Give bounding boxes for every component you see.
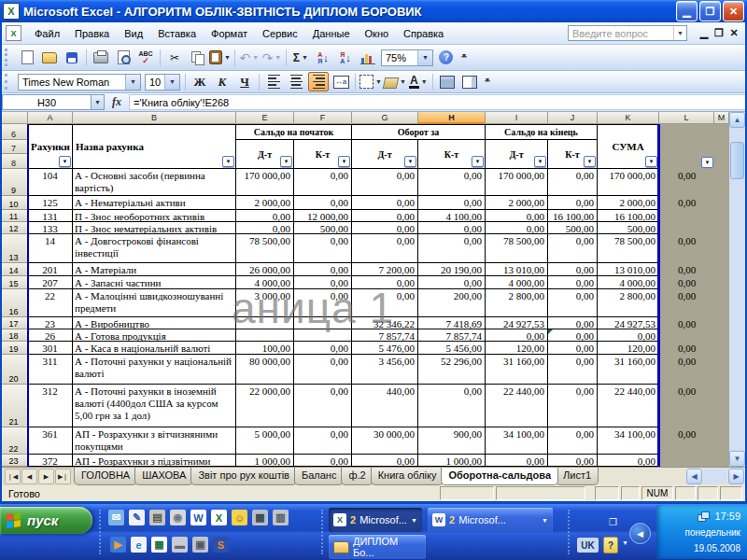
row-header[interactable]: 6 <box>0 124 28 140</box>
header-cell-debit[interactable]: Д-т▼ <box>486 140 548 169</box>
cell[interactable] <box>714 355 729 385</box>
header-cell-sum[interactable]: СУМА ▼ <box>598 124 659 169</box>
cell[interactable]: 0,00 <box>659 427 714 455</box>
cell[interactable]: 0,00 <box>548 196 598 210</box>
cell[interactable]: 0,00 <box>418 276 486 289</box>
scroll-right-icon[interactable]: ▶ <box>728 469 744 484</box>
row-header[interactable]: 9 <box>0 169 28 196</box>
autofilter-button[interactable]: ▼ <box>338 156 350 167</box>
zoom-combobox[interactable]: 75% ▼ <box>381 49 433 66</box>
cell[interactable]: 170 000,00 <box>486 169 548 196</box>
cell[interactable] <box>714 234 729 263</box>
cell[interactable]: 0,00 <box>294 455 352 467</box>
word-icon[interactable]: W <box>190 510 206 525</box>
cell[interactable]: 500,00 <box>598 222 659 234</box>
cell[interactable]: 52 296,00 <box>418 355 486 385</box>
merge-center-button[interactable]: ↔a <box>331 72 351 91</box>
underline-button[interactable]: Ч <box>234 72 255 91</box>
row-header[interactable]: 20 <box>0 355 28 385</box>
cell[interactable]: 170 000,00 <box>236 169 294 196</box>
cell[interactable]: 0,00 <box>548 427 598 455</box>
cell[interactable]: 0,00 <box>659 289 714 317</box>
cell[interactable]: 0,00 <box>598 329 659 342</box>
font-size-combobox[interactable]: 10 ▼ <box>145 74 180 91</box>
cell[interactable] <box>659 329 714 342</box>
align-right-button[interactable] <box>308 72 329 91</box>
cell[interactable]: 0,00 <box>294 427 352 455</box>
cell[interactable]: 312 <box>28 385 73 427</box>
italic-button[interactable]: К <box>212 72 233 91</box>
outlook-express-icon[interactable]: ✉ <box>108 510 124 525</box>
cell[interactable]: 0,00 <box>659 263 714 276</box>
cell[interactable]: 500,00 <box>294 222 352 234</box>
cell[interactable]: 4 000,00 <box>598 276 659 289</box>
next-sheet-icon[interactable]: ▶ <box>38 469 54 484</box>
cell[interactable]: 201 <box>28 263 73 276</box>
cell[interactable]: 311 <box>28 355 73 385</box>
row-header[interactable]: 11 <box>0 210 28 222</box>
cell[interactable]: 0,00 <box>548 355 598 385</box>
cell[interactable]: 0,00 <box>659 169 714 196</box>
row-header[interactable]: 8 <box>0 154 28 169</box>
cell[interactable]: П - Знос нематеріальних активів <box>73 222 236 234</box>
cell[interactable]: 0,00 <box>548 169 598 196</box>
cell[interactable] <box>714 342 729 355</box>
cell[interactable]: 0,00 <box>486 329 548 342</box>
cell[interactable] <box>659 455 714 467</box>
cell[interactable]: 2 000,00 <box>486 196 548 210</box>
drive-icon[interactable]: ▬ <box>172 537 188 553</box>
cell[interactable]: 133 <box>28 222 73 234</box>
network-tray-icon[interactable] <box>698 511 710 521</box>
row-header[interactable]: 22 <box>0 427 28 455</box>
cell[interactable] <box>714 289 729 317</box>
cell[interactable] <box>714 169 729 196</box>
cell[interactable]: А - Запасні частини <box>73 276 236 289</box>
sort-ascending-button[interactable]: АЯ↓ <box>313 48 333 67</box>
cell[interactable]: А - Матеріали <box>73 263 236 276</box>
cell[interactable]: 7 200,00 <box>352 263 418 276</box>
media-player-icon[interactable]: ▶ <box>110 537 126 553</box>
cell[interactable]: 1 000,00 <box>236 455 294 467</box>
cell[interactable]: 0,00 <box>236 210 294 222</box>
group-dropdown-icon[interactable]: ▼ <box>542 517 548 524</box>
cell[interactable]: 0,00 <box>548 234 598 263</box>
messenger-icon[interactable]: ☺ <box>232 510 247 525</box>
cell[interactable]: 900,00 <box>418 427 486 455</box>
cell[interactable] <box>236 329 294 342</box>
autofilter-button[interactable]: ▼ <box>404 156 416 167</box>
minimize-button[interactable]: ▁ <box>676 1 698 21</box>
cell[interactable]: 0,00 <box>352 455 418 467</box>
cell[interactable]: А - Малоцінні швидкозношуванні предмети <box>73 289 236 317</box>
name-box[interactable]: H30 <box>2 94 92 110</box>
cell[interactable]: 22 440,00 <box>486 385 548 427</box>
table-style-button[interactable] <box>437 72 458 91</box>
cell[interactable]: 120,00 <box>486 342 548 355</box>
menu-вставка[interactable]: Вставка <box>150 24 204 43</box>
print-button[interactable] <box>91 48 111 67</box>
cell[interactable]: 0,00 <box>352 276 418 289</box>
cell[interactable]: 0,00 <box>659 196 714 210</box>
cell[interactable]: 0,00 <box>294 385 352 427</box>
header-cell-turnover[interactable]: Оборот за <box>352 124 486 140</box>
cell[interactable]: 34 100,00 <box>486 427 548 455</box>
cell[interactable]: А - Каса в національній валюті <box>73 342 236 355</box>
bold-button[interactable]: Ж <box>190 72 210 91</box>
sheet-tab-ГОЛОВНА[interactable]: ГОЛОВНА <box>74 468 137 485</box>
cell[interactable] <box>294 317 352 329</box>
cell[interactable]: 301 <box>28 342 73 355</box>
scroll-down-icon[interactable]: ▼ <box>729 451 745 467</box>
cell[interactable]: 207 <box>28 276 73 289</box>
header-cell-account-name[interactable]: Назва рахунка ▼ <box>73 124 236 169</box>
cell[interactable] <box>714 263 729 276</box>
cell[interactable]: 80 000,00 <box>236 355 294 385</box>
horizontal-scroll-track[interactable] <box>703 469 727 484</box>
cell[interactable]: АП - Розрахунки з підзвітними особами <box>73 455 236 467</box>
cell[interactable]: 3 456,00 <box>352 355 418 385</box>
cell[interactable] <box>714 196 729 210</box>
cell[interactable]: А - Нематеріальні активи <box>73 196 236 210</box>
cell[interactable] <box>714 455 729 467</box>
last-sheet-icon[interactable]: ▶❘ <box>55 469 71 484</box>
cell[interactable]: 0,00 <box>294 289 352 317</box>
language-indicator[interactable]: UK <box>577 538 599 553</box>
cell[interactable]: 0,00 <box>352 210 418 222</box>
